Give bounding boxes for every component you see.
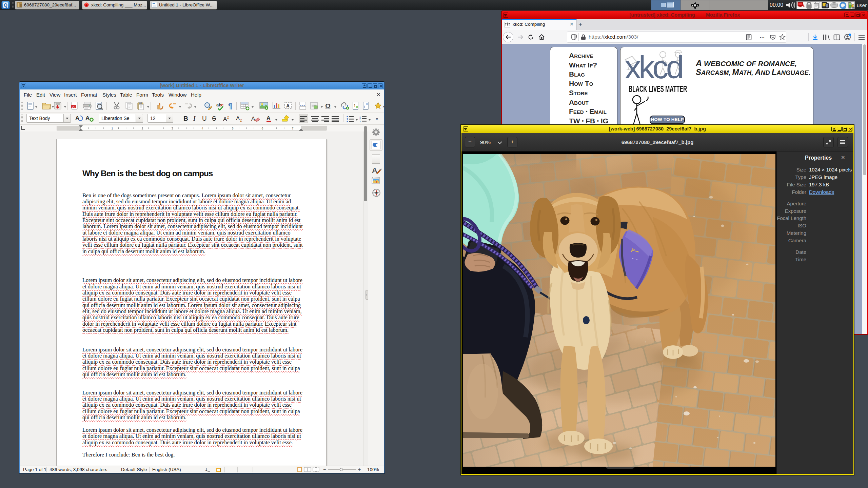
svg-text:ab: ab <box>216 102 221 107</box>
svg-text:1: 1 <box>354 104 356 108</box>
svg-text:1: 1 <box>359 116 361 118</box>
svg-text:Ω: Ω <box>325 102 331 110</box>
svg-text:2: 2 <box>141 127 143 130</box>
svg-text:3: 3 <box>171 127 173 130</box>
svg-text:i: i <box>364 104 364 108</box>
svg-text:6: 6 <box>261 127 263 130</box>
svg-text:4: 4 <box>201 127 203 130</box>
svg-text:A: A <box>85 115 90 121</box>
svg-text:A: A <box>72 105 75 108</box>
svg-text:¶: ¶ <box>228 102 232 110</box>
svg-text:3: 3 <box>359 120 361 123</box>
svg-text:A: A <box>286 103 290 108</box>
svg-text:2: 2 <box>359 118 361 120</box>
svg-text:1: 1 <box>111 127 113 130</box>
svg-text:7: 7 <box>292 127 293 130</box>
svg-text:A: A <box>251 116 255 122</box>
svg-text:A: A <box>267 115 271 121</box>
svg-text:5: 5 <box>232 127 233 130</box>
